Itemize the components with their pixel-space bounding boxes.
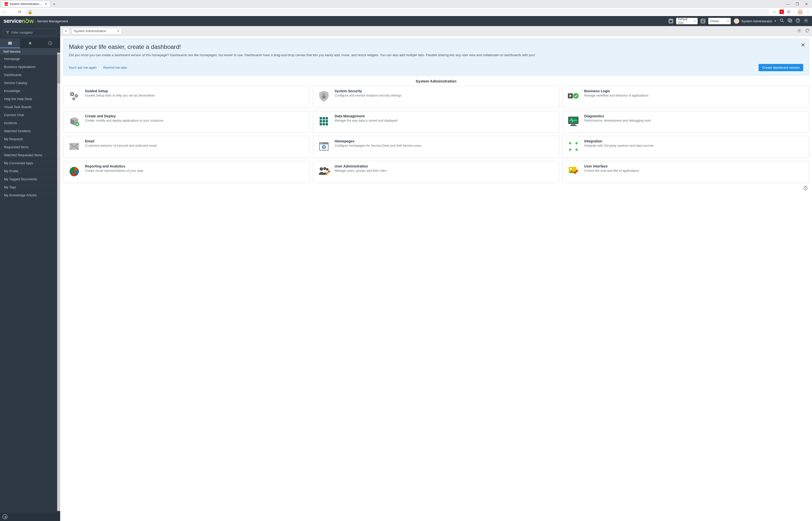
sidebar-item-my-tags[interactable]: My Tags [0, 183, 60, 191]
create-dashboard-button[interactable]: Create dashboard version [759, 64, 803, 71]
nav-tab-favorites[interactable] [20, 39, 40, 48]
help-icon[interactable] [795, 18, 801, 24]
sidebar-item-homepage[interactable]: Homepage [0, 55, 60, 63]
card-icon [317, 139, 331, 154]
servicenow-logo[interactable]: servicenw [3, 18, 33, 24]
forward-icon[interactable]: → [9, 9, 15, 14]
card-icon [67, 139, 82, 154]
card-guided-setup[interactable]: Guided SetupGuided Setup tools to help y… [63, 86, 310, 108]
sidebar-item-incidents[interactable]: Incidents [0, 119, 60, 127]
card-create-and-deploy[interactable]: Create and DeployCreate, modify and depl… [63, 111, 310, 133]
omnibox[interactable]: 🔒 [25, 9, 769, 15]
card-email[interactable]: EmailCustomize behavior of inbound and o… [63, 136, 310, 158]
close-window-icon[interactable]: ✕ [805, 2, 808, 6]
toolbar-refresh-icon[interactable] [805, 28, 810, 34]
sidebar-item-my-requests[interactable]: My Requests [0, 135, 60, 143]
new-tab-button[interactable]: ＋ [51, 1, 57, 7]
svg-point-42 [320, 143, 321, 144]
nav-section-header[interactable]: Self-Service [0, 48, 60, 55]
nav-tab-history[interactable] [40, 39, 60, 48]
card-system-security[interactable]: System SecurityConfigure and monitor ins… [313, 86, 560, 108]
application-scope-picker[interactable]: Global▼ [708, 18, 731, 24]
toolbar-gear-icon[interactable] [797, 28, 802, 34]
svg-rect-22 [322, 95, 326, 98]
tab-close-icon[interactable]: ✕ [45, 2, 47, 6]
card-reporting-and-analytics[interactable]: Reporting and AnalyticsCreate visual rep… [63, 161, 310, 183]
card-title: User Interface [584, 164, 639, 168]
card-diagnostics[interactable]: DiagnosticsPerformance, development and … [562, 111, 809, 133]
gear-icon[interactable] [804, 18, 809, 24]
card-business-logic[interactable]: Business LogicManage workflow and behavi… [562, 86, 809, 108]
extension-circle-icon[interactable] [787, 10, 790, 14]
sidebar-item-help-the-help-desk[interactable]: Help the Help Desk [0, 95, 60, 103]
card-description: Manage workflow and behavior of applicat… [584, 93, 648, 98]
banner-close-icon[interactable]: ✕ [801, 42, 805, 48]
sidebar-item-connect-chat[interactable]: Connect Chat [0, 111, 60, 119]
reload-icon[interactable]: ⟳ [17, 9, 22, 14]
svg-point-15 [799, 30, 800, 31]
card-description: Configure and monitor instance security … [335, 93, 402, 98]
svg-rect-28 [325, 117, 328, 119]
card-title: System Security [335, 89, 402, 93]
nav-tab-all[interactable] [0, 39, 20, 48]
sidebar-item-visual-task-boards[interactable]: Visual Task Boards [0, 103, 60, 111]
update-set-picker[interactable]: Default [Glo▼ [676, 18, 698, 24]
sidebar-item-requested-items[interactable]: Requested Items [0, 143, 60, 151]
refresh-timer-icon[interactable] [63, 183, 809, 191]
card-description: Manage users, groups and their roles [335, 169, 387, 173]
card-icon [317, 114, 331, 129]
dont-ask-link[interactable]: Don't ask me again [69, 66, 97, 69]
svg-rect-11 [8, 42, 11, 43]
funnel-icon [6, 30, 9, 34]
card-title: User Administration [335, 164, 387, 168]
sidebar-item-knowledge[interactable]: Knowledge [0, 87, 60, 95]
chat-icon[interactable] [787, 18, 792, 24]
sidebar-item-watched-incidents[interactable]: Watched Incidents [0, 127, 60, 135]
svg-rect-34 [325, 123, 328, 126]
card-description: Control the look and feel of application… [584, 169, 639, 173]
back-icon[interactable]: ← [2, 9, 7, 14]
add-content-button[interactable]: + [63, 28, 69, 35]
svg-point-10 [806, 20, 807, 21]
sidebar-item-my-knowledge-articles[interactable]: My Knowledge Articles [0, 191, 60, 199]
application-scope-icon[interactable] [701, 19, 705, 23]
nav-scrollbar[interactable] [57, 53, 60, 511]
minimize-icon[interactable]: — [786, 2, 790, 6]
card-integration[interactable]: IntegrationIntegrate with 3rd-party syst… [562, 136, 809, 158]
profile-avatar-icon[interactable] [797, 9, 803, 15]
star-icon[interactable]: ☆ [772, 9, 777, 14]
sidebar-item-my-tagged-documents[interactable]: My Tagged Documents [0, 175, 60, 183]
sidebar-item-business-applications[interactable]: Business Applications [0, 63, 60, 71]
update-set-icon[interactable] [669, 19, 673, 23]
user-name-label: System Administrator [741, 19, 772, 23]
svg-rect-38 [570, 125, 577, 126]
card-description: Integrate with 3rd-party systems and dat… [584, 144, 654, 148]
card-user-interface[interactable]: User InterfaceControl the look and feel … [562, 161, 809, 183]
filter-navigator-input[interactable]: Filter navigator [2, 28, 57, 36]
svg-point-47 [323, 167, 326, 170]
card-icon [317, 164, 331, 179]
svg-rect-12 [8, 43, 11, 43]
browser-tab[interactable]: now System Administration | ServiceN ✕ [2, 1, 50, 7]
card-description: Configure homepages for Service Desk and… [335, 144, 422, 148]
sidebar-item-dashboards[interactable]: Dashboards [0, 71, 60, 79]
card-title: Diagnostics [584, 114, 651, 118]
sidebar-item-service-catalog[interactable]: Service Catalog [0, 79, 60, 87]
card-description: Customize behavior of inbound and outbou… [85, 144, 157, 148]
card-icon [566, 164, 581, 179]
extension-badge-icon[interactable]: 1 [780, 9, 784, 14]
sidebar-item-my-profile[interactable]: My Profile [0, 167, 60, 175]
card-homepages[interactable]: HomepagesConfigure homepages for Service… [313, 136, 560, 158]
kebab-menu-icon[interactable]: ⋮ [806, 9, 810, 14]
brand-subtitle: Service Management [37, 19, 68, 23]
collapse-nav-icon[interactable]: ◀ [2, 514, 7, 519]
search-icon[interactable] [780, 18, 784, 24]
user-menu[interactable]: System Administrator ▼ [734, 18, 776, 24]
remind-later-link[interactable]: Remind me later [103, 66, 127, 69]
maximize-icon[interactable]: ❐ [796, 2, 799, 6]
card-user-administration[interactable]: User AdministrationManage users, groups … [313, 161, 560, 183]
homepage-select[interactable]: System Administration ▼ [72, 28, 122, 35]
card-data-management[interactable]: Data ManagementManage the way data is st… [313, 111, 560, 133]
sidebar-item-watched-requested-items[interactable]: Watched Requested Items [0, 151, 60, 159]
sidebar-item-my-connected-apps[interactable]: My Connected Apps [0, 159, 60, 167]
